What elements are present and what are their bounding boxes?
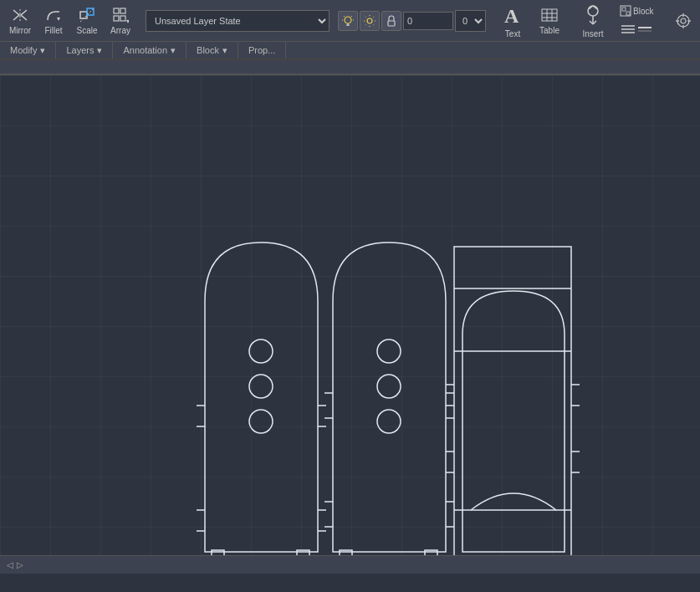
svg-rect-38	[622, 8, 626, 11]
zero-input[interactable]	[403, 12, 453, 30]
svg-point-62	[249, 375, 273, 398]
svg-rect-26	[388, 21, 395, 26]
properties-icon	[674, 12, 692, 30]
svg-point-63	[249, 410, 273, 433]
annotation-text: Annotation	[123, 45, 167, 55]
svg-point-74	[377, 339, 401, 363]
layers-text: Layers	[66, 45, 94, 55]
svg-line-15	[344, 16, 345, 17]
lock-button[interactable]	[381, 11, 401, 31]
canvas-area[interactable]	[0, 75, 700, 555]
block-section-text: Block	[197, 45, 219, 55]
table-icon	[540, 6, 559, 24]
insert-block-group: Insert Block	[575, 3, 658, 39]
scale-button[interactable]: Scale	[70, 3, 104, 39]
svg-rect-8	[120, 16, 125, 21]
svg-rect-73	[425, 550, 437, 555]
svg-rect-59	[212, 550, 224, 555]
section-labels-row: Modify ▾ Layers ▾ Annotation ▾ Block ▾ P…	[0, 42, 700, 60]
svg-rect-6	[120, 8, 125, 13]
panel-middle	[324, 242, 454, 555]
modify-text: Modify	[10, 45, 37, 55]
scroll-nav: ◁ ▷	[7, 560, 23, 569]
light-bulb-button[interactable]	[338, 11, 358, 31]
svg-point-10	[345, 17, 351, 23]
toolbar: Mirror ▾ Fillet	[0, 0, 700, 75]
layer-dropdown-container: Unsaved Layer State	[146, 10, 330, 32]
lines2-icon	[637, 25, 652, 34]
light-dropdown[interactable]: 0	[455, 10, 486, 32]
status-bar: ◁ ▷	[0, 555, 700, 574]
table-label: Table	[539, 26, 559, 35]
svg-point-76	[377, 410, 401, 433]
scroll-right-button[interactable]: ▷	[17, 560, 23, 569]
properties-text: Prop...	[248, 45, 275, 55]
annotation-group: A Text	[494, 3, 566, 39]
svg-point-61	[249, 339, 273, 363]
section-block[interactable]: Block ▾	[186, 42, 238, 59]
svg-point-33	[588, 6, 598, 16]
insert-button[interactable]: Insert	[575, 3, 611, 39]
svg-line-24	[365, 24, 366, 25]
cad-drawings	[0, 75, 700, 555]
array-icon: ▾	[111, 6, 130, 24]
fillet-label: Fillet	[44, 26, 62, 35]
svg-line-25	[374, 24, 375, 25]
svg-line-23	[374, 16, 375, 17]
fillet-icon: ▾	[44, 6, 63, 24]
panel-left	[197, 242, 326, 555]
table-button[interactable]: Table	[533, 3, 566, 39]
more-lines-button[interactable]	[615, 22, 658, 38]
properties-button[interactable]	[667, 3, 700, 39]
fillet-button[interactable]: ▾ Fillet	[37, 3, 70, 39]
svg-point-46	[681, 18, 686, 23]
block-section-arrow: ▾	[222, 45, 227, 56]
section-properties[interactable]: Prop...	[238, 42, 286, 59]
section-layers[interactable]: Layers ▾	[56, 42, 113, 59]
snap-icons-group	[338, 11, 401, 31]
svg-text:▾: ▾	[126, 18, 129, 23]
insert-label: Insert	[582, 29, 603, 38]
svg-point-17	[367, 18, 372, 23]
mirror-button[interactable]: Mirror	[3, 3, 37, 39]
layers-arrow: ▾	[97, 45, 102, 56]
modify-group: Mirror ▾ Fillet	[3, 0, 137, 41]
text-button[interactable]: A Text	[494, 3, 531, 39]
scale-label: Scale	[76, 26, 97, 35]
text-label: Text	[505, 29, 520, 38]
sun-button[interactable]	[360, 11, 380, 31]
insert-icon	[581, 3, 605, 28]
block-icon	[620, 5, 631, 18]
array-label: Array	[110, 26, 130, 35]
layer-dropdown[interactable]: Unsaved Layer State	[146, 10, 330, 32]
svg-rect-5	[114, 8, 119, 13]
svg-text:▾: ▾	[57, 15, 60, 23]
scroll-left-button[interactable]: ◁	[7, 560, 13, 569]
svg-text:A: A	[504, 5, 519, 26]
text-icon: A	[501, 3, 524, 28]
modify-arrow: ▾	[40, 45, 45, 56]
block-label: Block	[633, 7, 653, 16]
block-extras: Block	[615, 3, 658, 38]
svg-rect-28	[542, 9, 557, 21]
lines-icon	[621, 24, 636, 36]
svg-line-22	[365, 16, 366, 17]
block-button[interactable]: Block	[615, 3, 658, 20]
panel-right	[446, 247, 580, 555]
mirror-icon	[11, 6, 29, 24]
scale-icon	[78, 6, 96, 24]
svg-rect-2	[80, 12, 87, 18]
section-modify[interactable]: Modify ▾	[0, 42, 56, 59]
svg-rect-60	[297, 550, 309, 555]
toolbar-row1: Mirror ▾ Fillet	[0, 0, 700, 42]
svg-point-75	[377, 375, 401, 398]
svg-point-45	[677, 15, 689, 27]
array-button[interactable]: ▾ Array	[104, 3, 137, 39]
annotation-arrow: ▾	[171, 45, 176, 56]
mirror-label: Mirror	[9, 26, 31, 35]
svg-line-16	[351, 16, 352, 17]
section-annotation[interactable]: Annotation ▾	[113, 42, 186, 59]
svg-rect-72	[340, 550, 352, 555]
svg-rect-39	[626, 12, 630, 15]
svg-rect-7	[114, 16, 119, 21]
